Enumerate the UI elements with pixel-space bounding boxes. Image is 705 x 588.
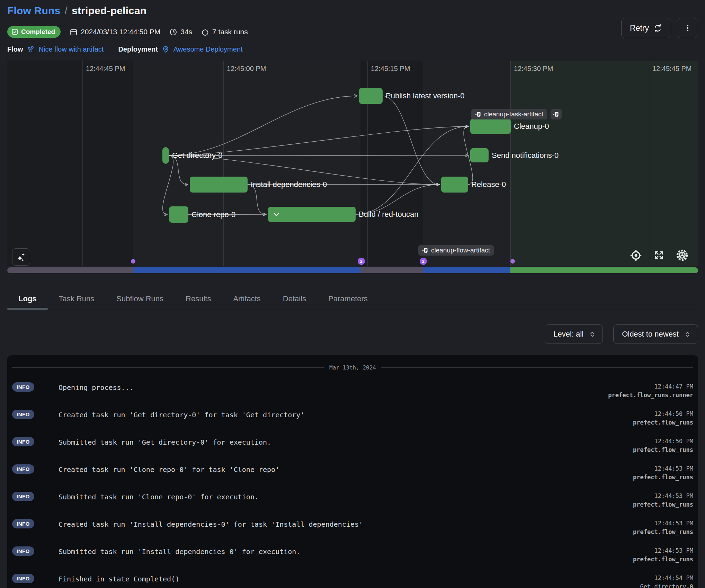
flow-label: Flow bbox=[7, 45, 23, 53]
task-node-sn[interactable] bbox=[470, 148, 489, 162]
log-message: Created task run 'Clone repo-0' for task… bbox=[59, 464, 279, 474]
log-time: 12:44:50 PM bbox=[633, 410, 693, 418]
log-meta: 12:44:54 PMGet directory-0prefect.task_r… bbox=[633, 574, 693, 588]
tab-parameters[interactable]: Parameters bbox=[328, 294, 368, 303]
artifact-chip[interactable]: cleanup-task-artifact bbox=[471, 109, 547, 119]
breadcrumb: Flow Runs / striped-pelican bbox=[7, 5, 698, 17]
tab-task-runs[interactable]: Task Runs bbox=[59, 294, 95, 303]
artifact-marker[interactable] bbox=[510, 259, 515, 264]
edge-gd-pub bbox=[169, 96, 357, 155]
minimap-segment-green bbox=[510, 267, 698, 273]
sort-order-value: Oldest to newest bbox=[622, 330, 679, 339]
chevron-up-down-icon bbox=[684, 331, 691, 338]
breadcrumb-flow-runs-link[interactable]: Flow Runs bbox=[7, 5, 60, 17]
minimap-segment-blue bbox=[133, 267, 360, 273]
chevron-down-icon bbox=[272, 210, 281, 219]
minimap-segment-muted bbox=[7, 267, 133, 273]
log-row[interactable]: INFOSubmitted task run 'Get directory-0'… bbox=[12, 437, 693, 454]
log-row[interactable]: INFOSubmitted task run 'Clone repo-0' fo… bbox=[12, 492, 693, 509]
log-row[interactable]: INFOFinished in state Completed()12:44:5… bbox=[12, 574, 693, 588]
log-message: Submitted task run 'Clone repo-0' for ex… bbox=[59, 492, 259, 501]
start-time: 2024/03/13 12:44:50 PM bbox=[70, 28, 160, 36]
tab-artifacts[interactable]: Artifacts bbox=[233, 294, 260, 303]
state-label: Completed bbox=[21, 28, 55, 36]
flow-icon bbox=[27, 46, 35, 53]
task-node-label: Build / red-toucan bbox=[359, 207, 418, 222]
deployment-label: Deployment bbox=[118, 45, 158, 53]
artifact-marker-count: 2 bbox=[358, 258, 365, 265]
header: Flow Runs / striped-pelican Completed 20… bbox=[7, 5, 698, 53]
artifact-marker[interactable]: 2 bbox=[358, 258, 365, 265]
task-node-cr[interactable] bbox=[169, 206, 188, 223]
artifact-icon bbox=[422, 247, 428, 253]
flow-run-page: Flow Runs / striped-pelican Completed 20… bbox=[0, 0, 705, 588]
log-date-label: Mar 13th, 2024 bbox=[329, 364, 376, 371]
task-node-label: Publish latest version-0 bbox=[386, 88, 464, 104]
task-node-rel[interactable] bbox=[441, 177, 468, 193]
tab-logs[interactable]: Logs bbox=[18, 294, 37, 303]
tab-details[interactable]: Details bbox=[283, 294, 306, 303]
task-node-pub[interactable] bbox=[359, 88, 383, 104]
deployment-link[interactable]: Awesome Deployment bbox=[173, 45, 243, 53]
task-node-label: Cleanup-0 bbox=[514, 119, 549, 134]
artifact-chip-label: cleanup-task-artifact bbox=[484, 110, 543, 118]
log-rows: INFOOpening process...12:44:47 PMprefect… bbox=[12, 382, 693, 588]
flow-run-graph[interactable]: 12:44:45 PM12:45:00 PM12:45:15 PM12:45:3… bbox=[7, 61, 698, 266]
artifact-marker[interactable]: 2 bbox=[420, 258, 427, 265]
minimap-segment-muted bbox=[360, 267, 423, 273]
kebab-menu-icon bbox=[684, 24, 692, 32]
artifact-chip[interactable]: cleanup-flow-artifact bbox=[418, 245, 494, 256]
check-square-icon bbox=[11, 28, 18, 35]
log-row[interactable]: INFOCreated task run 'Get directory-0' f… bbox=[12, 410, 693, 427]
task-run-count: 7 task runs bbox=[201, 28, 248, 36]
log-source: prefect.flow_runs bbox=[633, 555, 693, 564]
log-row[interactable]: INFOCreated task run 'Clone repo-0' for … bbox=[12, 464, 693, 482]
log-level-badge: INFO bbox=[12, 492, 34, 501]
start-time-value: 2024/03/13 12:44:50 PM bbox=[81, 28, 160, 36]
log-row[interactable]: INFOCreated task run 'Install dependenci… bbox=[12, 519, 693, 536]
log-message: Submitted task run 'Install dependencies… bbox=[59, 546, 300, 556]
header-actions: Retry bbox=[621, 18, 698, 38]
log-source: prefect.flow_runs bbox=[633, 418, 693, 427]
log-source: prefect.flow_runs bbox=[633, 473, 693, 482]
task-node-label: Release-0 bbox=[471, 177, 506, 193]
stopwatch-icon bbox=[201, 28, 209, 36]
log-meta: 12:44:53 PMprefect.flow_runs bbox=[633, 546, 693, 564]
task-node-id[interactable] bbox=[190, 177, 248, 193]
log-meta: 12:44:53 PMprefect.flow_runs bbox=[633, 464, 693, 482]
log-level-badge: INFO bbox=[12, 519, 34, 528]
log-source: prefect.flow_runs bbox=[633, 445, 693, 454]
calendar-icon bbox=[70, 28, 78, 36]
log-level-badge: INFO bbox=[12, 546, 34, 556]
minimap-segment-blue bbox=[423, 267, 510, 273]
log-source: prefect.flow_runs bbox=[633, 527, 693, 536]
task-node-cl[interactable] bbox=[470, 119, 511, 134]
artifact-chip-label: cleanup-flow-artifact bbox=[431, 247, 490, 254]
task-node-label: Get directory-0 bbox=[172, 147, 223, 164]
log-meta: 12:44:50 PMprefect.flow_runs bbox=[633, 437, 693, 454]
task-node-gd[interactable] bbox=[162, 147, 169, 164]
log-row[interactable]: INFOSubmitted task run 'Install dependen… bbox=[12, 546, 693, 564]
relation-row: Flow Nice flow with artifact Deployment … bbox=[7, 45, 698, 53]
task-node-bld[interactable] bbox=[268, 207, 356, 222]
retry-button[interactable]: Retry bbox=[621, 18, 671, 38]
more-options-button[interactable] bbox=[677, 18, 698, 38]
log-row[interactable]: INFOOpening process...12:44:47 PMprefect… bbox=[12, 382, 693, 400]
log-message: Opening process... bbox=[59, 382, 134, 392]
timeline-minimap[interactable] bbox=[7, 267, 698, 273]
log-message: Submitted task run 'Get directory-0' for… bbox=[59, 437, 271, 446]
artifact-chip-collapsed[interactable] bbox=[551, 109, 562, 119]
flow-link[interactable]: Nice flow with artifact bbox=[39, 45, 104, 53]
level-filter-select[interactable]: Level: all bbox=[545, 324, 603, 344]
tab-subflow-runs[interactable]: Subflow Runs bbox=[116, 294, 163, 303]
artifact-marker[interactable] bbox=[131, 259, 135, 264]
log-time: 12:44:53 PM bbox=[633, 519, 693, 527]
tab-results[interactable]: Results bbox=[186, 294, 211, 303]
log-meta: 12:44:53 PMprefect.flow_runs bbox=[633, 492, 693, 509]
sort-order-select[interactable]: Oldest to newest bbox=[613, 324, 698, 344]
state-badge: Completed bbox=[7, 26, 61, 38]
breadcrumb-separator: / bbox=[64, 5, 68, 17]
artifact-icon bbox=[475, 111, 481, 117]
retry-label: Retry bbox=[630, 24, 649, 33]
log-level-badge: INFO bbox=[12, 574, 34, 583]
